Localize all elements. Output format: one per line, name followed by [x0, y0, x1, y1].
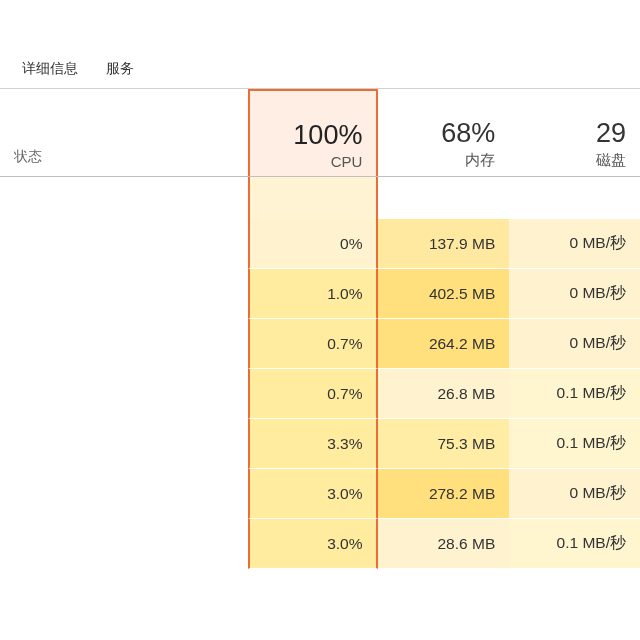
- cell-status: [0, 469, 248, 519]
- cell-status: [0, 419, 248, 469]
- column-header-disk[interactable]: 29 磁盘: [509, 89, 640, 176]
- table-row[interactable]: 0% 137.9 MB 0 MB/秒: [0, 219, 640, 269]
- cell-mem: [378, 177, 509, 219]
- cell-mem: 75.3 MB: [378, 419, 509, 469]
- cell-mem: 264.2 MB: [378, 319, 509, 369]
- cell-status: [0, 219, 248, 269]
- cell-cpu: 0.7%: [248, 369, 379, 419]
- tab-services[interactable]: 服务: [92, 52, 148, 88]
- cpu-label: CPU: [331, 153, 363, 170]
- table-row[interactable]: 0.7% 264.2 MB 0 MB/秒: [0, 319, 640, 369]
- memory-label: 内存: [465, 151, 495, 170]
- cell-cpu: 3.3%: [248, 419, 379, 469]
- cell-mem: 26.8 MB: [378, 369, 509, 419]
- cell-disk: 0 MB/秒: [509, 269, 640, 319]
- memory-percent: 68%: [441, 119, 495, 149]
- column-header-memory[interactable]: 68% 内存: [378, 89, 509, 176]
- cell-cpu: 3.0%: [248, 469, 379, 519]
- cell-disk: 0.1 MB/秒: [509, 369, 640, 419]
- cell-cpu: 0%: [248, 219, 379, 269]
- tab-bar: 详细信息 服务: [0, 0, 640, 89]
- table-row[interactable]: 0.7% 26.8 MB 0.1 MB/秒: [0, 369, 640, 419]
- spacer-row: [0, 177, 640, 219]
- cell-status: [0, 519, 248, 569]
- cell-mem: 278.2 MB: [378, 469, 509, 519]
- cell-disk: 0.1 MB/秒: [509, 519, 640, 569]
- column-header-row: 状态 100% CPU 68% 内存 29 磁盘: [0, 89, 640, 177]
- cell-mem: 402.5 MB: [378, 269, 509, 319]
- table-row[interactable]: 3.0% 278.2 MB 0 MB/秒: [0, 469, 640, 519]
- cpu-percent: 100%: [293, 121, 362, 151]
- status-label: 状态: [14, 148, 42, 166]
- cell-cpu: 1.0%: [248, 269, 379, 319]
- cell-cpu: 0.7%: [248, 319, 379, 369]
- cell-mem: 28.6 MB: [378, 519, 509, 569]
- cell-disk: 0 MB/秒: [509, 319, 640, 369]
- cell-disk: 0 MB/秒: [509, 469, 640, 519]
- cell-disk: [509, 177, 640, 219]
- cell-status: [0, 319, 248, 369]
- cell-disk: 0 MB/秒: [509, 219, 640, 269]
- cell-disk: 0.1 MB/秒: [509, 419, 640, 469]
- disk-label: 磁盘: [596, 151, 626, 170]
- table-row[interactable]: 3.0% 28.6 MB 0.1 MB/秒: [0, 519, 640, 569]
- cell-status: [0, 369, 248, 419]
- column-header-status[interactable]: 状态: [0, 89, 248, 176]
- table-row[interactable]: 3.3% 75.3 MB 0.1 MB/秒: [0, 419, 640, 469]
- table-row[interactable]: 1.0% 402.5 MB 0 MB/秒: [0, 269, 640, 319]
- cell-cpu: 3.0%: [248, 519, 379, 569]
- tab-details[interactable]: 详细信息: [8, 52, 92, 88]
- cell-status: [0, 269, 248, 319]
- column-header-cpu[interactable]: 100% CPU: [248, 89, 379, 176]
- disk-percent: 29: [596, 119, 626, 149]
- cell-cpu: [248, 177, 379, 219]
- cell-status: [0, 177, 248, 219]
- process-table: 0% 137.9 MB 0 MB/秒 1.0% 402.5 MB 0 MB/秒 …: [0, 177, 640, 569]
- cell-mem: 137.9 MB: [378, 219, 509, 269]
